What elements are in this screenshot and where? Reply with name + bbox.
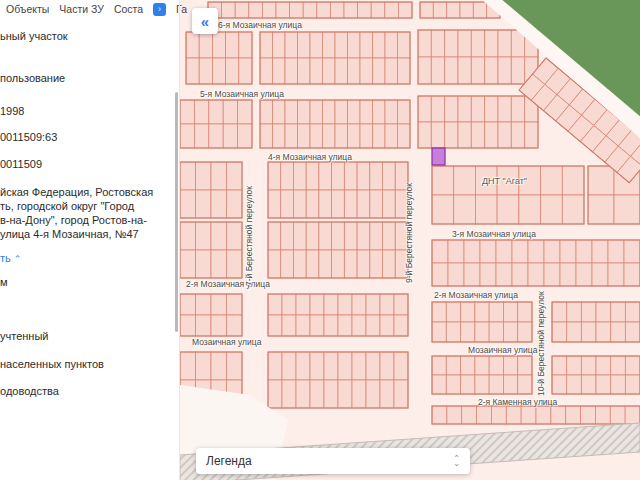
land-category-text: населенных пунктов — [0, 358, 104, 370]
street-label: 6-я Мозаичная улица — [218, 20, 302, 30]
address-line-4: улица 4-я Мозаичная, №47 — [0, 228, 139, 240]
selected-parcel[interactable] — [432, 148, 445, 165]
street-label-vertical: 7-й Берестяной переулок — [244, 186, 254, 286]
tab-gallery[interactable]: Га — [176, 3, 187, 15]
collapse-link[interactable]: ть⌃ — [0, 252, 21, 264]
chevron-up-icon: ⌃ — [14, 254, 22, 264]
quarter-number: 0011509 — [0, 158, 42, 170]
sidebar-divider — [179, 0, 180, 480]
area-units-text: м — [0, 276, 8, 288]
map-viewport[interactable]: 6-я Мозаичная улица 5-я Мозаичная улица … — [180, 0, 640, 480]
street-label: 2-я Мозаичная улица — [434, 290, 518, 300]
legend-title: Легенда — [206, 454, 453, 468]
cadastral-number: 0011509:63 — [0, 131, 57, 143]
object-type-text: ьный участок — [0, 30, 68, 42]
legend-panel[interactable]: Легенда ⌃⌄ — [196, 448, 470, 474]
sidebar-tabs: Объекты Части ЗУ Соста › Га — [0, 0, 180, 18]
tabs-scroll-button[interactable]: › — [153, 3, 166, 16]
address-line-1: йская Федерация, Ростовская — [0, 186, 153, 198]
street-label-vertical: 9-й Берестяной переулок — [404, 183, 414, 283]
land-use-text: пользование — [0, 72, 65, 84]
street-label: 5-я Мозаичная улица — [200, 89, 284, 99]
sidebar-scrollbar[interactable] — [175, 92, 178, 332]
street-label: Мозаичная улица — [468, 345, 537, 355]
sidebar-collapse-button[interactable]: « — [192, 8, 218, 34]
status-text: учтенный — [0, 330, 48, 342]
permitted-use-text: одоводства — [0, 385, 59, 397]
tab-parts-zu[interactable]: Части ЗУ — [59, 3, 104, 15]
street-label-vertical: 10-й Берестяной переулок — [536, 291, 546, 396]
street-label: 3-я Мозаичная улица — [452, 229, 536, 239]
street-label: 2-я Мозаичная улица — [186, 279, 270, 289]
cadastral-map-app: Объекты Части ЗУ Соста › Га ьный участок… — [0, 0, 640, 480]
legend-expand-icon[interactable]: ⌃⌄ — [453, 456, 460, 466]
tab-sostav[interactable]: Соста — [114, 3, 143, 15]
street-label: 2-я Каменная улица — [478, 397, 557, 407]
street-label: 4-я Мозаичная улица — [268, 152, 352, 162]
address-line-3: в-на-Дону", город Ростов-на- — [0, 214, 147, 226]
year-value: 1998 — [0, 105, 24, 117]
address-line-2: ть, городской округ "Город — [0, 200, 134, 212]
tab-objects[interactable]: Объекты — [6, 3, 49, 15]
street-label: Мозаичная улица — [192, 337, 261, 347]
dnt-area-label: ДНТ "Агат" — [482, 176, 527, 186]
object-info-sidebar: Объекты Части ЗУ Соста › Га ьный участок… — [0, 0, 180, 480]
